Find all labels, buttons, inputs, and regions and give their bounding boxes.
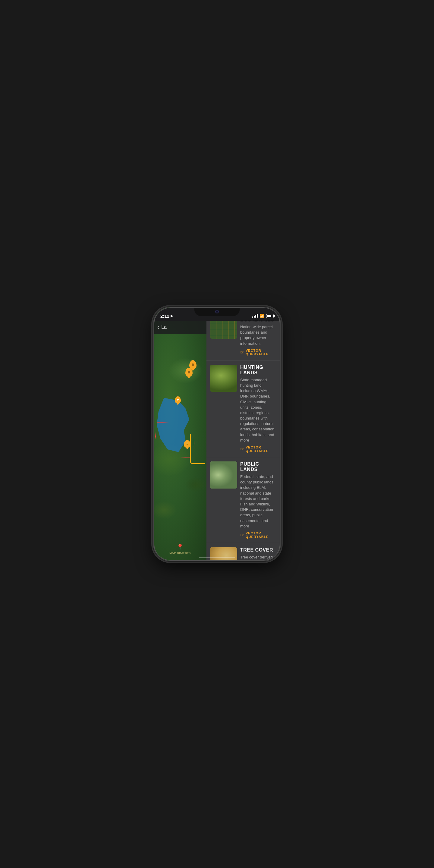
screen-content: ⚑ 🔒 ‹ La 📍 MAP OBJECTS <box>154 307 280 561</box>
map-pin-lock: 🔒 <box>184 440 190 448</box>
tree-cover-title: TREE COVER <box>240 547 277 553</box>
map-pin-flag: ⚑ <box>175 396 181 404</box>
queryable-icon: ☞ <box>240 447 244 452</box>
hunting-lands-desc: State managed hunting land including WMA… <box>240 377 277 443</box>
queryable-icon: ☞ <box>240 532 244 537</box>
tree-cover-desc: Tree cover derived though analysis of NA… <box>240 555 277 561</box>
map-panel: ⚑ 🔒 ‹ La 📍 MAP OBJECTS <box>154 307 207 561</box>
parcel-boundaries-desc: Nation-wide parcel boundaries and proper… <box>240 324 277 346</box>
hunting-lands-content: HUNTING LANDS State managed hunting land… <box>240 365 277 453</box>
hunting-lands-badge: ☞ VECTOR QUERYABLE <box>240 445 277 453</box>
back-navigation[interactable]: ‹ La <box>154 321 207 334</box>
map-objects-label[interactable]: 📍 MAP OBJECTS <box>169 544 190 555</box>
wifi-icon: 📶 <box>259 314 264 318</box>
public-lands-content: PUBLIC LANDS Federal, state, and county … <box>240 461 277 538</box>
hunting-lands-badge-text: VECTOR QUERYABLE <box>246 445 277 453</box>
public-lands-desc: Federal, state, and county public lands … <box>240 474 277 529</box>
map-pin-2 <box>189 360 196 369</box>
location-arrow-icon: ▶ <box>170 314 173 318</box>
list-item[interactable]: PUBLIC LANDS Federal, state, and county … <box>207 457 280 543</box>
queryable-icon: ☞ <box>240 350 244 355</box>
camera <box>215 310 219 313</box>
hunting-lands-thumbnail <box>210 365 237 392</box>
yellow-trail <box>190 434 205 464</box>
tree-cover-thumbnail <box>210 547 237 561</box>
map-objects-text: MAP OBJECTS <box>169 552 190 555</box>
public-lands-title: PUBLIC LANDS <box>240 461 277 472</box>
list-item[interactable]: HUNTING LANDS State managed hunting land… <box>207 361 280 457</box>
time: 2:12 <box>160 313 169 318</box>
back-label: La <box>161 324 167 330</box>
hunting-lands-title: HUNTING LANDS <box>240 365 277 375</box>
phone-frame: 2:12 ▶ 📶 <box>154 307 280 561</box>
public-lands-thumbnail <box>210 461 237 489</box>
time-display: 2:12 ▶ <box>160 313 173 318</box>
battery-icon <box>266 314 274 318</box>
home-indicator <box>199 557 235 558</box>
map-objects-pin-icon: 📍 <box>176 544 184 551</box>
back-chevron-icon: ‹ <box>157 324 159 331</box>
parcel-boundaries-badge-text: VECTOR QUERYABLE <box>246 349 277 356</box>
parcel-boundaries-badge: ☞ VECTOR QUERYABLE <box>240 349 277 356</box>
public-lands-badge-text: VECTOR QUERYABLE <box>246 531 277 538</box>
public-lands-badge: ☞ VECTOR QUERYABLE <box>240 531 277 538</box>
status-icons: 📶 <box>252 314 274 318</box>
notch <box>194 307 240 316</box>
list-panel[interactable]: PARCEL BOUNDARIES Nation-wide parcel bou… <box>207 307 280 561</box>
tree-cover-content: TREE COVER Tree cover derived though ana… <box>240 547 277 561</box>
phone-screen: 2:12 ▶ 📶 <box>154 307 280 561</box>
signal-icon <box>252 314 258 318</box>
